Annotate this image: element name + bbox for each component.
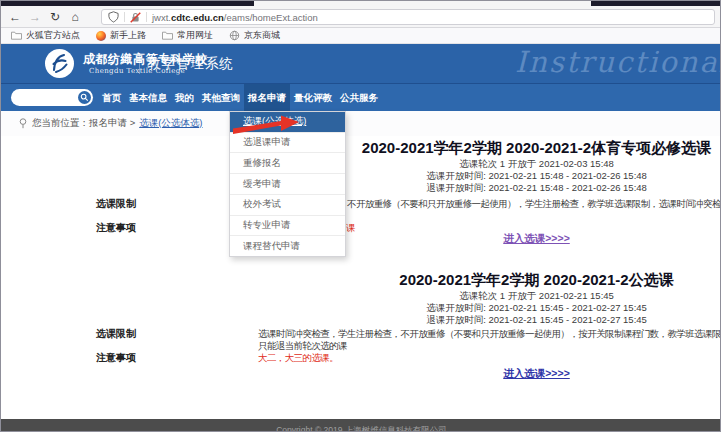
page-footer: Copyright © 2019 上海树维信息科技有限公司: [1, 419, 721, 431]
copyright-text: Copyright © 2019 上海树维信息科技有限公司: [1, 425, 721, 431]
nav-item-public-service[interactable]: 公共服务: [336, 84, 382, 112]
note-text: 大二，大三的选课。: [258, 352, 338, 365]
breadcrumb: 您当前位置：报名申请 > 选课(公选体选): [1, 111, 721, 136]
globe-icon: [229, 30, 240, 41]
dropdown-item-external-exam[interactable]: 校外考试: [230, 194, 345, 215]
dropdown-item-deferred-exam[interactable]: 缓考申请: [230, 173, 345, 194]
breadcrumb-current-link[interactable]: 选课(公选体选): [139, 117, 202, 130]
course-block-elective: 2020-2021学年2学期 2020-2021-2公选课 选课轮次 1 开放于…: [1, 269, 721, 389]
browser-window: ← → ↻ ⌂ jwxt.cdtc.edu.cn/eams/homeExt.ac…: [0, 0, 721, 432]
enter-course-selection-link[interactable]: 进入选课>>>>: [351, 232, 721, 246]
bookmark-item[interactable]: 新手上路: [96, 29, 146, 42]
annotation-arrow-icon: [229, 109, 309, 139]
location-pin-icon: [19, 118, 27, 129]
note-label: 注意事项: [96, 351, 136, 365]
bookmark-item[interactable]: 京东商城: [229, 29, 280, 42]
insecure-lock-icon[interactable]: [130, 12, 141, 23]
restriction-label: 选课限制: [96, 197, 136, 211]
folder-icon: [162, 31, 173, 40]
url-bar[interactable]: jwxt.cdtc.edu.cn/eams/homeExt.action: [101, 9, 715, 25]
watermark-text: Instructional: [515, 45, 721, 79]
folder-icon: [11, 31, 22, 40]
breadcrumb-prefix: 您当前位置：报名申请 >: [32, 117, 135, 130]
course-title: 2020-2021学年2学期 2020-2021-2体育专项必修选课: [351, 139, 721, 158]
nav-item-mine[interactable]: 我的: [171, 84, 198, 112]
url-separator: [146, 12, 147, 22]
site-header: 成都纺織高等专科学校 Chengdu Textile College 教学管理系…: [1, 44, 721, 83]
system-title: 教学管理系统: [147, 55, 234, 73]
search-icon[interactable]: [78, 91, 91, 104]
bookmark-item[interactable]: 火狐官方站点: [11, 29, 80, 42]
restriction-label: 选课限制: [96, 327, 136, 341]
course-drop-time: 退课开放时间: 2021-02-21 15:48 - 2021-02-26 15…: [351, 182, 721, 195]
logo-glyph-icon: [45, 49, 74, 78]
forward-button[interactable]: →: [25, 7, 45, 27]
enter-course-selection-link[interactable]: 进入选课>>>>: [351, 367, 721, 381]
bookmarks-bar: 火狐官方站点 新手上路 常用网址 京东商城: [1, 28, 721, 44]
reload-button[interactable]: ↻: [45, 7, 65, 27]
note-label: 注意事项: [96, 221, 136, 235]
dropdown-item-retake[interactable]: 重修报名: [230, 152, 345, 173]
back-button[interactable]: ←: [5, 7, 25, 27]
nav-item-evaluation[interactable]: 量化评教: [290, 84, 336, 112]
home-button[interactable]: ⌂: [65, 7, 85, 27]
nav-item-home[interactable]: 首页: [98, 84, 125, 112]
nav-item-basic-info[interactable]: 基本信息: [125, 84, 171, 112]
main-nav: 首页 基本信息 我的 其他查询 报名申请 量化评教 公共服务: [1, 83, 721, 111]
search-input[interactable]: [11, 89, 93, 106]
bookmark-item[interactable]: 常用网址: [162, 29, 213, 42]
course-title: 2020-2021学年2学期 2020-2021-2公选课: [351, 271, 721, 290]
dropdown-item-change-major[interactable]: 转专业申请: [230, 215, 345, 236]
course-block-pe: 2020-2021学年2学期 2020-2021-2体育专项必修选课 选课轮次 …: [1, 137, 721, 253]
dropdown-item-course-substitute[interactable]: 课程替代申请: [230, 235, 345, 256]
header-divider: [139, 53, 140, 74]
browser-toolbar: ← → ↻ ⌂ jwxt.cdtc.edu.cn/eams/homeExt.ac…: [1, 6, 721, 28]
url-separator: [124, 12, 125, 22]
nav-item-other-query[interactable]: 其他查询: [198, 84, 244, 112]
shield-icon[interactable]: [108, 11, 119, 23]
course-drop-time: 退课开放时间: 2021-02-21 15:45 - 2021-02-27 15…: [351, 314, 721, 327]
url-text: jwxt.cdtc.edu.cn/eams/homeExt.action: [152, 12, 318, 23]
firefox-icon: [96, 31, 106, 41]
nav-item-apply[interactable]: 报名申请: [244, 84, 290, 112]
nav-items: 首页 基本信息 我的 其他查询 报名申请 量化评教 公共服务: [98, 84, 382, 112]
school-logo: [45, 49, 74, 78]
